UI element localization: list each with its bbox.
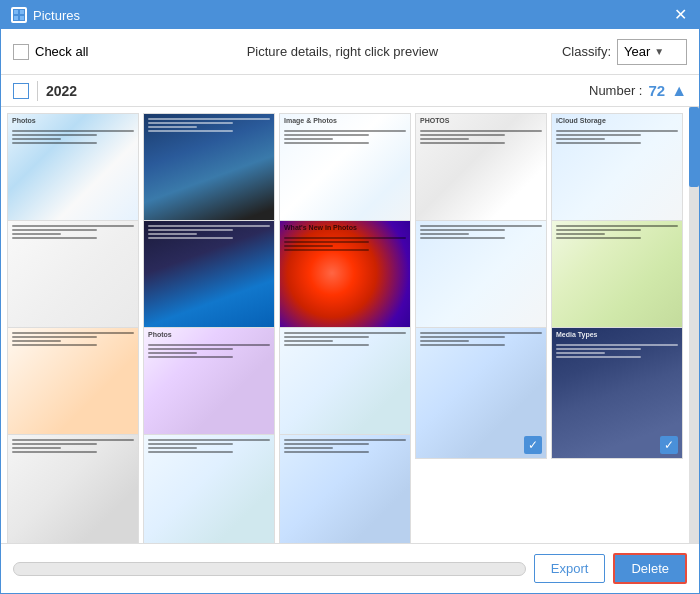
photo-grid: PhotosImage & PhotosPHOTOSiCloud Storage… — [1, 107, 689, 543]
svg-rect-1 — [14, 10, 18, 14]
scrollbar-thumb[interactable] — [689, 107, 699, 187]
photo-thumbnail — [8, 435, 138, 543]
photo-label: Photos — [12, 117, 36, 125]
photo-item[interactable] — [7, 434, 139, 543]
footer: Export Delete — [1, 543, 699, 593]
year-label: 2022 — [46, 83, 77, 99]
classify-label: Classify: — [562, 44, 611, 59]
delete-button[interactable]: Delete — [613, 553, 687, 584]
scrollbar-track[interactable] — [689, 107, 699, 543]
check-all-area[interactable]: Check all — [13, 44, 123, 60]
collapse-icon[interactable]: ▲ — [671, 82, 687, 100]
svg-rect-2 — [20, 10, 24, 14]
toolbar-hint: Picture details, right click preview — [123, 44, 562, 59]
photo-item[interactable]: Media Types — [551, 327, 683, 459]
pictures-window: Pictures ✕ Check all Picture details, ri… — [0, 0, 700, 594]
svg-rect-3 — [14, 16, 18, 20]
photo-label: iCloud Storage — [556, 117, 606, 125]
export-button[interactable]: Export — [534, 554, 606, 583]
photo-thumbnail — [144, 435, 274, 543]
title-bar: Pictures ✕ — [1, 1, 699, 29]
content-area: PhotosImage & PhotosPHOTOSiCloud Storage… — [1, 107, 699, 543]
close-button[interactable]: ✕ — [672, 7, 689, 23]
toolbar: Check all Picture details, right click p… — [1, 29, 699, 75]
photo-label: Media Types — [556, 331, 598, 339]
number-label: Number : — [589, 83, 642, 98]
photo-checkbox[interactable] — [524, 436, 542, 454]
photo-label: PHOTOS — [420, 117, 449, 125]
photo-label: Photos — [148, 331, 172, 339]
photo-item[interactable] — [279, 434, 411, 543]
photo-item[interactable] — [143, 434, 275, 543]
chevron-down-icon: ▼ — [654, 46, 664, 57]
photo-thumbnail — [280, 435, 410, 543]
classify-dropdown[interactable]: Year ▼ — [617, 39, 687, 65]
title-bar-left: Pictures — [11, 7, 80, 23]
svg-rect-4 — [20, 16, 24, 20]
classify-value: Year — [624, 44, 650, 59]
number-info: Number : 72 ▲ — [589, 82, 687, 100]
progress-bar — [13, 562, 526, 576]
check-all-label: Check all — [35, 44, 88, 59]
pictures-icon — [11, 7, 27, 23]
check-all-checkbox[interactable] — [13, 44, 29, 60]
toolbar-right: Classify: Year ▼ — [562, 39, 687, 65]
year-checkbox[interactable] — [13, 83, 29, 99]
year-section: 2022 Number : 72 ▲ — [1, 75, 699, 107]
photo-item[interactable] — [415, 327, 547, 459]
window-title: Pictures — [33, 8, 80, 23]
year-divider — [37, 81, 38, 101]
photo-label: What's New in Photos — [284, 224, 357, 232]
photo-checkbox[interactable] — [660, 436, 678, 454]
number-count: 72 — [648, 82, 665, 99]
photo-label: Image & Photos — [284, 117, 337, 125]
